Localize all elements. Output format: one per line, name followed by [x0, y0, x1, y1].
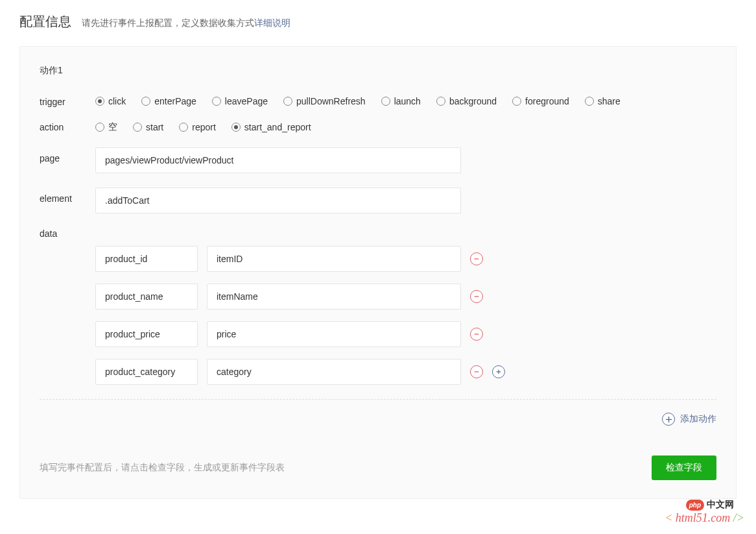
- data-key-input[interactable]: [95, 321, 198, 347]
- radio-label: share: [598, 96, 620, 106]
- bottom-bar: 填写完事件配置后，请点击检查字段，生成或更新事件字段表 检查字段: [40, 455, 716, 480]
- page-row: page: [40, 147, 716, 173]
- element-label: element: [40, 188, 95, 204]
- trigger-radio-foreground[interactable]: foreground: [512, 96, 569, 106]
- action-radio-group: 空startreportstart_and_report: [95, 121, 311, 133]
- watermark-text: < html51.com />: [665, 511, 744, 512]
- radio-icon: [95, 123, 104, 132]
- radio-label: foreground: [525, 96, 569, 106]
- radio-icon: [283, 97, 292, 106]
- action-label: action: [40, 121, 95, 132]
- trigger-radio-enterPage[interactable]: enterPage: [141, 96, 196, 106]
- minus-icon[interactable]: [470, 252, 483, 265]
- radio-label: background: [449, 96, 497, 106]
- radio-label: pullDownRefresh: [296, 96, 366, 106]
- minus-icon[interactable]: [470, 365, 483, 378]
- trigger-radio-click[interactable]: click: [95, 96, 126, 106]
- trigger-row: trigger clickenterPageleavePagepullDownR…: [40, 96, 716, 107]
- data-value-input[interactable]: [207, 321, 461, 347]
- data-row: [95, 359, 505, 385]
- data-value-input[interactable]: [207, 359, 461, 385]
- trigger-radio-background[interactable]: background: [436, 96, 497, 106]
- radio-icon: [179, 123, 188, 132]
- radio-icon: [133, 123, 142, 132]
- page-label: page: [40, 147, 95, 164]
- trigger-radio-group: clickenterPageleavePagepullDownRefreshla…: [95, 96, 620, 106]
- trigger-radio-leavePage[interactable]: leavePage: [212, 96, 268, 106]
- element-row: element: [40, 188, 716, 213]
- radio-icon: [231, 123, 241, 132]
- action-radio-report[interactable]: report: [179, 122, 216, 132]
- radio-icon: [512, 97, 521, 106]
- config-card: 动作1 trigger clickenterPageleavePagepullD…: [19, 46, 737, 499]
- radio-icon: [141, 97, 150, 106]
- watermark-logo: php 中文网: [686, 499, 734, 511]
- data-row: [95, 321, 505, 347]
- data-row: [95, 246, 505, 272]
- data-value-input[interactable]: [207, 246, 461, 272]
- subtitle-text: 请先进行事件上报配置，定义数据收集方式: [82, 18, 254, 28]
- data-rows-container: [95, 246, 505, 385]
- plus-icon: [662, 413, 675, 426]
- radio-label: start_and_report: [244, 122, 311, 132]
- data-value-input[interactable]: [207, 284, 461, 309]
- page-input[interactable]: [95, 147, 461, 173]
- radio-label: report: [192, 122, 216, 132]
- plus-icon[interactable]: [492, 365, 505, 378]
- page-header: 配置信息 请先进行事件上报配置，定义数据收集方式详细说明: [19, 13, 737, 30]
- radio-icon: [381, 97, 390, 106]
- add-action-row[interactable]: 添加动作: [40, 399, 716, 426]
- radio-icon: [436, 97, 445, 106]
- action-radio-start[interactable]: start: [133, 122, 163, 132]
- radio-label: launch: [394, 96, 421, 106]
- page-title: 配置信息: [19, 13, 71, 30]
- data-key-input[interactable]: [95, 284, 198, 309]
- minus-icon[interactable]: [470, 290, 483, 303]
- trigger-radio-pullDownRefresh[interactable]: pullDownRefresh: [283, 96, 366, 106]
- php-badge: php: [686, 500, 704, 511]
- element-input[interactable]: [95, 188, 461, 213]
- logo-text: 中文网: [707, 499, 734, 511]
- page-subtitle: 请先进行事件上报配置，定义数据收集方式详细说明: [82, 18, 290, 29]
- data-section: data: [40, 228, 716, 385]
- check-fields-button[interactable]: 检查字段: [652, 455, 716, 480]
- radio-icon: [95, 97, 104, 106]
- data-label: data: [40, 228, 95, 239]
- data-key-input[interactable]: [95, 246, 198, 272]
- radio-label: click: [108, 96, 126, 106]
- radio-label: 空: [108, 121, 117, 133]
- minus-icon[interactable]: [470, 328, 483, 341]
- trigger-radio-launch[interactable]: launch: [381, 96, 421, 106]
- action-radio-空[interactable]: 空: [95, 121, 117, 133]
- add-action-label: 添加动作: [680, 413, 716, 425]
- radio-icon: [585, 97, 594, 106]
- radio-icon: [212, 97, 221, 106]
- data-key-input[interactable]: [95, 359, 198, 385]
- section-title: 动作1: [40, 65, 716, 77]
- radio-label: leavePage: [225, 96, 268, 106]
- radio-label: enterPage: [154, 96, 196, 106]
- action-radio-start_and_report[interactable]: start_and_report: [231, 122, 311, 132]
- radio-label: start: [146, 122, 163, 132]
- trigger-radio-share[interactable]: share: [585, 96, 620, 106]
- action-row: action 空startreportstart_and_report: [40, 121, 716, 133]
- data-row: [95, 284, 505, 309]
- detail-link[interactable]: 详细说明: [254, 18, 290, 28]
- bottom-hint: 填写完事件配置后，请点击检查字段，生成或更新事件字段表: [40, 462, 285, 474]
- trigger-label: trigger: [40, 96, 95, 107]
